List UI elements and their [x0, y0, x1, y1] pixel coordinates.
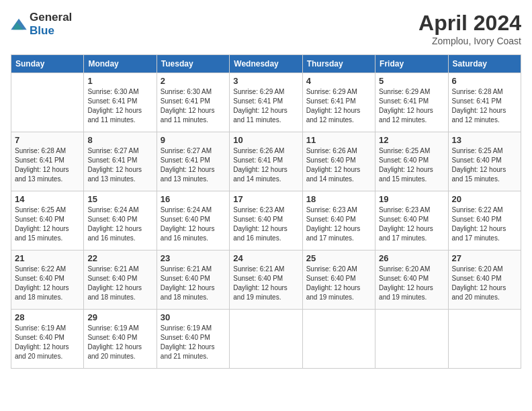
day-number: 8	[87, 135, 152, 145]
day-number: 3	[233, 76, 298, 86]
day-info: Sunrise: 6:27 AMSunset: 6:41 PMDaylight:…	[161, 146, 226, 184]
logo: General Blue	[11, 11, 72, 38]
day-info: Sunrise: 6:20 AMSunset: 6:40 PMDaylight:…	[379, 265, 444, 302]
day-info: Sunrise: 6:29 AMSunset: 6:41 PMDaylight:…	[379, 87, 444, 125]
day-number: 23	[161, 253, 226, 263]
day-number: 5	[379, 76, 444, 86]
logo-blue: Blue	[30, 24, 54, 37]
day-info: Sunrise: 6:19 AMSunset: 6:40 PMDaylight:…	[161, 324, 226, 361]
logo-general: General	[30, 11, 72, 24]
day-info: Sunrise: 6:29 AMSunset: 6:41 PMDaylight:…	[233, 87, 298, 125]
calendar-cell	[302, 310, 375, 369]
calendar-header-row: SundayMondayTuesdayWednesdayThursdayFrid…	[11, 55, 521, 73]
calendar-table: SundayMondayTuesdayWednesdayThursdayFrid…	[11, 54, 521, 369]
day-number: 29	[87, 312, 152, 322]
day-info: Sunrise: 6:23 AMSunset: 6:40 PMDaylight:…	[379, 205, 444, 243]
calendar-cell: 17Sunrise: 6:23 AMSunset: 6:40 PMDayligh…	[230, 191, 302, 250]
calendar-cell: 6Sunrise: 6:28 AMSunset: 6:41 PMDaylight…	[448, 73, 521, 132]
day-number: 26	[379, 253, 444, 263]
day-info: Sunrise: 6:20 AMSunset: 6:40 PMDaylight:…	[306, 265, 371, 302]
weekday-header-monday: Monday	[84, 55, 157, 73]
day-number: 24	[233, 253, 298, 263]
day-number: 11	[306, 135, 371, 145]
calendar-cell: 23Sunrise: 6:21 AMSunset: 6:40 PMDayligh…	[157, 250, 229, 310]
calendar-cell	[230, 310, 302, 369]
day-number: 25	[306, 253, 371, 263]
day-info: Sunrise: 6:22 AMSunset: 6:40 PMDaylight:…	[452, 205, 517, 243]
calendar-cell: 7Sunrise: 6:28 AMSunset: 6:41 PMDaylight…	[11, 132, 84, 191]
page-header: General Blue April 2024 Zomplou, Ivory C…	[11, 11, 521, 46]
day-number: 19	[379, 194, 444, 204]
day-number: 30	[161, 312, 226, 322]
calendar-cell: 25Sunrise: 6:20 AMSunset: 6:40 PMDayligh…	[302, 250, 375, 310]
day-number: 10	[233, 135, 298, 145]
day-info: Sunrise: 6:26 AMSunset: 6:41 PMDaylight:…	[233, 146, 298, 184]
day-info: Sunrise: 6:23 AMSunset: 6:40 PMDaylight:…	[306, 205, 371, 243]
day-info: Sunrise: 6:25 AMSunset: 6:40 PMDaylight:…	[15, 205, 80, 243]
calendar-cell: 8Sunrise: 6:27 AMSunset: 6:41 PMDaylight…	[84, 132, 157, 191]
day-info: Sunrise: 6:24 AMSunset: 6:40 PMDaylight:…	[161, 205, 226, 243]
calendar-cell: 28Sunrise: 6:19 AMSunset: 6:40 PMDayligh…	[11, 310, 84, 369]
calendar-cell: 19Sunrise: 6:23 AMSunset: 6:40 PMDayligh…	[375, 191, 448, 250]
day-number: 28	[15, 312, 80, 322]
calendar-cell: 20Sunrise: 6:22 AMSunset: 6:40 PMDayligh…	[448, 191, 521, 250]
location-title: Zomplou, Ivory Coast	[418, 36, 521, 46]
month-title: April 2024	[418, 11, 521, 36]
calendar-cell: 13Sunrise: 6:25 AMSunset: 6:40 PMDayligh…	[448, 132, 521, 191]
calendar-cell: 1Sunrise: 6:30 AMSunset: 6:41 PMDaylight…	[84, 73, 157, 132]
day-info: Sunrise: 6:27 AMSunset: 6:41 PMDaylight:…	[87, 146, 152, 184]
day-number: 17	[233, 194, 298, 204]
calendar-cell: 26Sunrise: 6:20 AMSunset: 6:40 PMDayligh…	[375, 250, 448, 310]
weekday-header-saturday: Saturday	[448, 55, 521, 73]
day-info: Sunrise: 6:30 AMSunset: 6:41 PMDaylight:…	[161, 87, 226, 125]
calendar-cell: 11Sunrise: 6:26 AMSunset: 6:40 PMDayligh…	[302, 132, 375, 191]
day-info: Sunrise: 6:28 AMSunset: 6:41 PMDaylight:…	[452, 87, 517, 125]
day-info: Sunrise: 6:29 AMSunset: 6:41 PMDaylight:…	[306, 87, 371, 125]
day-number: 27	[452, 253, 517, 263]
logo-text: General Blue	[30, 11, 72, 38]
calendar-cell: 10Sunrise: 6:26 AMSunset: 6:41 PMDayligh…	[230, 132, 302, 191]
day-info: Sunrise: 6:28 AMSunset: 6:41 PMDaylight:…	[15, 146, 80, 184]
calendar-week-row: 28Sunrise: 6:19 AMSunset: 6:40 PMDayligh…	[11, 310, 521, 369]
day-info: Sunrise: 6:21 AMSunset: 6:40 PMDaylight:…	[161, 265, 226, 302]
day-number: 7	[15, 135, 80, 145]
day-number: 13	[452, 135, 517, 145]
day-number: 18	[306, 194, 371, 204]
day-info: Sunrise: 6:25 AMSunset: 6:40 PMDaylight:…	[452, 146, 517, 184]
weekday-header-sunday: Sunday	[11, 55, 84, 73]
calendar-week-row: 7Sunrise: 6:28 AMSunset: 6:41 PMDaylight…	[11, 132, 521, 191]
day-info: Sunrise: 6:23 AMSunset: 6:40 PMDaylight:…	[233, 205, 298, 243]
day-info: Sunrise: 6:22 AMSunset: 6:40 PMDaylight:…	[15, 265, 80, 302]
day-info: Sunrise: 6:26 AMSunset: 6:40 PMDaylight:…	[306, 146, 371, 184]
day-number: 16	[161, 194, 226, 204]
weekday-header-friday: Friday	[375, 55, 448, 73]
title-block: April 2024 Zomplou, Ivory Coast	[418, 11, 521, 46]
calendar-cell	[11, 73, 84, 132]
day-info: Sunrise: 6:24 AMSunset: 6:40 PMDaylight:…	[87, 205, 152, 243]
day-number: 4	[306, 76, 371, 86]
calendar-cell: 24Sunrise: 6:21 AMSunset: 6:40 PMDayligh…	[230, 250, 302, 310]
calendar-cell: 9Sunrise: 6:27 AMSunset: 6:41 PMDaylight…	[157, 132, 229, 191]
day-info: Sunrise: 6:20 AMSunset: 6:40 PMDaylight:…	[452, 265, 517, 302]
day-number: 20	[452, 194, 517, 204]
weekday-header-tuesday: Tuesday	[157, 55, 229, 73]
calendar-cell: 22Sunrise: 6:21 AMSunset: 6:40 PMDayligh…	[84, 250, 157, 310]
generalblue-logo-icon	[11, 17, 27, 31]
day-info: Sunrise: 6:19 AMSunset: 6:40 PMDaylight:…	[15, 324, 80, 361]
day-number: 1	[87, 76, 152, 86]
calendar-cell: 27Sunrise: 6:20 AMSunset: 6:40 PMDayligh…	[448, 250, 521, 310]
day-number: 22	[87, 253, 152, 263]
day-number: 14	[15, 194, 80, 204]
day-info: Sunrise: 6:21 AMSunset: 6:40 PMDaylight:…	[233, 265, 298, 302]
calendar-cell: 15Sunrise: 6:24 AMSunset: 6:40 PMDayligh…	[84, 191, 157, 250]
calendar-week-row: 21Sunrise: 6:22 AMSunset: 6:40 PMDayligh…	[11, 250, 521, 310]
day-info: Sunrise: 6:25 AMSunset: 6:40 PMDaylight:…	[379, 146, 444, 184]
calendar-cell: 2Sunrise: 6:30 AMSunset: 6:41 PMDaylight…	[157, 73, 229, 132]
weekday-header-wednesday: Wednesday	[230, 55, 302, 73]
calendar-cell: 14Sunrise: 6:25 AMSunset: 6:40 PMDayligh…	[11, 191, 84, 250]
calendar-week-row: 14Sunrise: 6:25 AMSunset: 6:40 PMDayligh…	[11, 191, 521, 250]
calendar-cell: 16Sunrise: 6:24 AMSunset: 6:40 PMDayligh…	[157, 191, 229, 250]
calendar-cell	[448, 310, 521, 369]
day-number: 21	[15, 253, 80, 263]
day-info: Sunrise: 6:21 AMSunset: 6:40 PMDaylight:…	[87, 265, 152, 302]
